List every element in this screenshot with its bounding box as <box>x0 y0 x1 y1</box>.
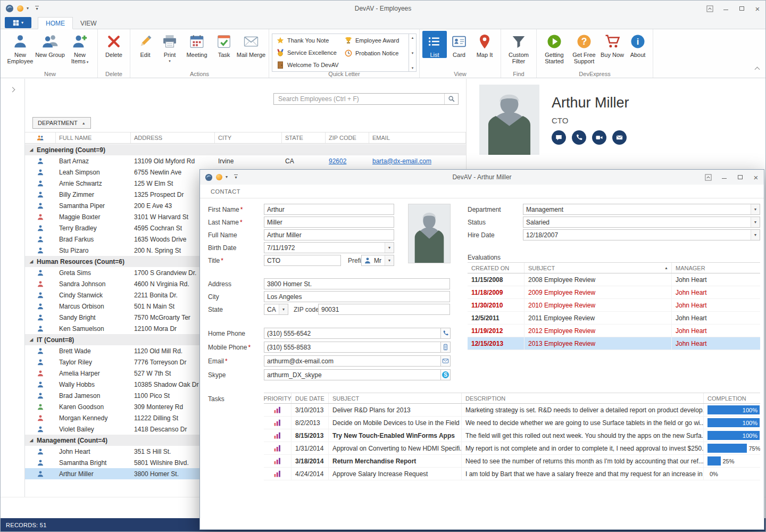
close-button[interactable]: × <box>748 170 764 185</box>
address-field[interactable] <box>264 278 450 289</box>
list-view-button[interactable]: List <box>422 31 447 58</box>
new-items-button[interactable]: New Items▾ <box>65 31 95 65</box>
email-field[interactable] <box>264 355 441 367</box>
column-header-full-name[interactable]: FULL NAME <box>56 132 131 143</box>
task-row[interactable]: 8/2/2013 Decide on Mobile Devices to Use… <box>264 417 760 429</box>
employee-zip-link[interactable]: 92602 <box>326 157 369 165</box>
card-view-button[interactable]: Card <box>447 31 471 58</box>
last-name-field[interactable] <box>264 217 394 228</box>
evaluation-row[interactable]: 11/15/2008 2008 Employee Review John Hea… <box>468 273 760 286</box>
orb-dropdown-icon[interactable]: ▾ <box>226 175 228 179</box>
email-button[interactable] <box>612 130 627 145</box>
birth-date-picker[interactable]: 7/11/1972 ▾ <box>264 242 394 253</box>
status-select[interactable]: Salaried ▾ <box>523 217 760 228</box>
dropdown-arrow-icon[interactable]: ▾ <box>385 243 394 253</box>
expand-panel-icon[interactable] <box>11 79 14 101</box>
delete-button[interactable]: Delete <box>101 31 127 58</box>
column-header-subject[interactable]: SUBJECT▲ <box>524 263 672 273</box>
call-button[interactable] <box>572 130 586 145</box>
customize-toolbar-icon[interactable]: ▾ <box>234 174 238 180</box>
maximize-button[interactable] <box>732 170 748 185</box>
minimize-button[interactable] <box>718 1 734 16</box>
skype-call-button[interactable]: S <box>441 369 451 380</box>
evaluation-row[interactable]: 11/18/2009 2009 Employee Review John Hea… <box>468 286 760 299</box>
mobile-phone-field[interactable] <box>264 342 441 353</box>
group-expand-icon[interactable]: ◢ <box>25 259 37 264</box>
column-header-email[interactable]: EMAIL <box>369 132 466 143</box>
column-header-state[interactable]: STATE <box>282 132 326 143</box>
skype-field[interactable] <box>264 369 441 380</box>
customize-toolbar-icon[interactable]: ▾ <box>35 6 39 11</box>
tab-contact[interactable]: CONTACT <box>211 188 240 195</box>
hire-date-picker[interactable]: 12/18/2007 ▾ <box>523 229 760 240</box>
devexpress-orb-icon[interactable] <box>216 174 222 180</box>
ribbon-display-options-button[interactable] <box>700 170 716 185</box>
getting-started-button[interactable]: Getting Started <box>539 31 569 64</box>
new-employee-button[interactable]: New Employee <box>5 31 35 64</box>
full-name-field[interactable] <box>264 229 394 240</box>
application-menu-button[interactable]: ▾ <box>5 17 31 28</box>
task-row[interactable]: 3/18/2014 Return Merchandise Report Need… <box>264 455 760 468</box>
quick-letter-probation-notice[interactable]: Probation Notice <box>340 47 409 60</box>
evaluation-row[interactable]: 12/15/2013 2013 Employee Review John Hea… <box>468 337 760 350</box>
column-header-description[interactable]: DESCRIPTION <box>462 393 704 403</box>
column-header-created-on[interactable]: CREATED ON <box>468 263 524 273</box>
devexpress-orb-icon[interactable] <box>17 5 23 12</box>
column-header-zip[interactable]: ZIP CODE <box>326 132 369 143</box>
task-row[interactable]: 3/10/2013 Deliver R&D Plans for 2013 Mar… <box>264 404 760 417</box>
column-header-city[interactable]: CITY <box>215 132 282 143</box>
search-button[interactable] <box>444 94 458 104</box>
dial-mobile-phone-button[interactable] <box>441 342 451 353</box>
first-name-field[interactable] <box>264 204 394 215</box>
quick-letter-employee-award[interactable]: Employee Award <box>340 34 409 47</box>
dropdown-arrow-icon[interactable]: ▾ <box>751 204 760 214</box>
column-header-subject[interactable]: SUBJECT <box>329 393 462 403</box>
department-select[interactable]: Management ▾ <box>523 204 760 215</box>
print-button[interactable]: Print ▾ <box>157 31 182 64</box>
task-row[interactable]: 1/31/2014 Approval on Converting to New … <box>264 442 760 455</box>
new-group-button[interactable]: New Group <box>35 31 65 58</box>
send-email-button[interactable] <box>441 355 451 367</box>
evaluation-row[interactable]: 11/19/2012 2012 Employee Review John Hea… <box>468 325 760 337</box>
group-expand-icon[interactable]: ◢ <box>25 438 37 443</box>
dial-home-phone-button[interactable] <box>441 328 451 339</box>
quick-letter-welcome[interactable]: Welcome To DevAV <box>272 59 340 71</box>
meeting-button[interactable]: Meeting <box>182 31 212 58</box>
ribbon-display-options-button[interactable] <box>702 1 718 16</box>
city-field[interactable] <box>264 291 450 302</box>
prefix-select[interactable]: Mr ▾ <box>361 255 394 266</box>
zip-field[interactable] <box>318 304 450 315</box>
video-call-button[interactable] <box>592 130 606 145</box>
employee-row[interactable]: Bart Arnaz 13109 Old Myford Rd Irvine CA… <box>25 155 466 167</box>
column-header-address[interactable]: ADDRESS <box>131 132 215 143</box>
tab-view[interactable]: VIEW <box>73 18 104 29</box>
dropdown-arrow-icon[interactable]: ▾ <box>751 217 760 227</box>
group-expand-icon[interactable]: ◢ <box>25 147 37 152</box>
buy-now-button[interactable]: Buy Now <box>599 31 626 58</box>
maximize-button[interactable] <box>734 1 750 16</box>
task-row[interactable]: 8/15/2013 Try New Touch-Enabled WinForms… <box>264 429 760 442</box>
group-by-department-chip[interactable]: DEPARTMENT ▲ <box>32 117 91 129</box>
search-input[interactable] <box>274 95 444 103</box>
minimize-button[interactable] <box>716 170 732 185</box>
state-select[interactable]: CA ▾ <box>264 304 288 315</box>
column-header-completion[interactable]: COMPLETION <box>704 393 760 403</box>
mail-merge-button[interactable]: Mail Merge <box>236 31 266 58</box>
about-button[interactable]: i About <box>626 31 650 58</box>
gallery-scroll-strip[interactable]: ▴ ▾ ▾ <box>409 34 416 71</box>
tab-home[interactable]: HOME <box>38 17 73 29</box>
quick-letter-service-excellence[interactable]: Service Excellence <box>272 46 340 59</box>
get-free-support-button[interactable]: ? Get Free Support <box>569 31 599 64</box>
close-button[interactable]: × <box>750 1 765 16</box>
task-button[interactable]: Task <box>212 31 236 58</box>
map-it-button[interactable]: Map It <box>471 31 498 58</box>
quick-letter-thank-you-note[interactable]: Thank You Note <box>272 34 340 46</box>
task-row[interactable]: 4/24/2014 Approve Salary Increase Reques… <box>264 468 760 480</box>
chat-button[interactable] <box>552 130 566 145</box>
dropdown-arrow-icon[interactable]: ▾ <box>751 230 760 240</box>
column-header-manager[interactable]: MANAGER <box>672 263 760 273</box>
employee-email-link[interactable]: barta@dx-email.com <box>369 157 466 165</box>
column-header-due-date[interactable]: DUE DATE <box>292 393 329 403</box>
orb-dropdown-icon[interactable]: ▾ <box>27 6 29 11</box>
group-expand-icon[interactable]: ◢ <box>25 337 37 342</box>
